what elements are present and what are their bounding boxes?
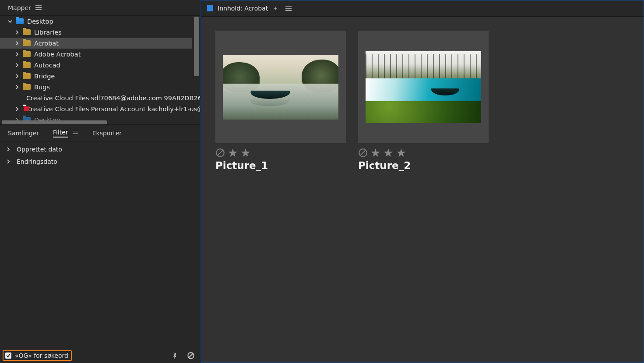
thumbnail-frame[interactable] (215, 31, 346, 143)
filter-menu-icon[interactable] (73, 131, 78, 135)
filter-item-label: Endringsdato (17, 158, 57, 165)
folder-icon (16, 18, 24, 24)
chevron-right-icon[interactable] (15, 30, 19, 35)
content-header: Innhold: Acrobat ＋ (201, 0, 644, 17)
tab-filter[interactable]: Filter (53, 129, 68, 137)
content-body: ★ ★ Picture_1 ★ ★ ★ Picture_2 (201, 17, 644, 363)
tree-label: Creative Cloud Files sdl70684@adobe.com … (26, 95, 200, 102)
og-keyword-toggle[interactable]: «OG» for søkeord (3, 350, 72, 361)
checkbox-icon[interactable] (5, 352, 11, 359)
tree-label: Acrobat (34, 40, 59, 47)
thumbnail-frame[interactable] (358, 31, 489, 143)
folders-tree: Desktop Libraries Acrobat Adobe Acrobat (0, 15, 200, 125)
folder-icon (23, 73, 31, 79)
add-tab-icon[interactable]: ＋ (272, 4, 278, 12)
tree-row[interactable]: Autocad (0, 60, 192, 70)
chevron-right-icon[interactable] (15, 41, 19, 46)
folders-panel-title: Mapper (8, 4, 31, 11)
pin-icon[interactable] (170, 352, 178, 359)
left-lower-panel: Samlinger Filter Eksporter Opprettet dat… (0, 125, 200, 363)
tab-eksporter[interactable]: Eksporter (92, 130, 122, 137)
star-icon[interactable]: ★ (383, 147, 393, 159)
cancel-icon[interactable] (187, 352, 195, 359)
tree-label: Bridge (34, 73, 55, 80)
tree-row[interactable]: Libraries (0, 27, 192, 38)
reject-icon[interactable] (215, 148, 225, 158)
tree-label: Autocad (34, 62, 60, 69)
filter-item-label: Opprettet dato (17, 146, 62, 153)
tab-samlinger[interactable]: Samlinger (8, 130, 39, 137)
folders-panel-header: Mapper (0, 0, 200, 15)
chevron-right-icon[interactable] (15, 52, 19, 56)
star-icon[interactable]: ★ (370, 147, 380, 159)
thumbnail-card[interactable]: ★ ★ Picture_1 (215, 31, 346, 171)
lower-tabs: Samlinger Filter Eksporter (0, 125, 200, 141)
chevron-right-icon[interactable] (15, 63, 19, 67)
filter-item[interactable]: Endringsdato (0, 155, 200, 168)
tree-row[interactable]: Acrobat (0, 38, 192, 49)
filter-item[interactable]: Opprettet dato (0, 143, 200, 155)
folder-icon (23, 29, 31, 35)
tree-row[interactable]: Creative Cloud Files Personal Account ka… (0, 103, 192, 114)
tree-row[interactable]: Creative Cloud Files sdl70684@adobe.com … (0, 92, 192, 103)
star-icon[interactable]: ★ (240, 147, 250, 159)
scrollbar-vertical[interactable] (194, 17, 199, 76)
thumbnail-name: Picture_2 (358, 160, 489, 171)
folder-icon (23, 84, 31, 90)
chevron-right-icon[interactable] (6, 159, 11, 164)
left-footer: «OG» for søkeord (0, 348, 200, 363)
thumbnail-meta: ★ ★ ★ (358, 147, 489, 159)
svg-line-3 (218, 150, 223, 155)
left-column: Mapper Desktop Libraries Acrob (0, 0, 201, 363)
tree-label: Bugs (34, 84, 50, 91)
thumbnail-card[interactable]: ★ ★ ★ Picture_2 (358, 31, 489, 171)
thumbnail-image (366, 51, 481, 123)
tree-row[interactable]: Bridge (0, 70, 192, 81)
chevron-right-icon[interactable] (15, 85, 19, 89)
content-menu-icon[interactable] (285, 6, 292, 11)
chevron-down-icon[interactable] (8, 19, 12, 24)
og-keyword-label: «OG» for søkeord (15, 352, 68, 359)
tree-row[interactable]: Bugs (0, 81, 192, 92)
tree-label: Desktop (27, 18, 53, 25)
folders-panel-menu-icon[interactable] (35, 5, 42, 10)
content-title: Innhold: Acrobat (218, 5, 268, 12)
tree-label: Libraries (34, 29, 62, 36)
thumbnail-image (223, 55, 338, 120)
chevron-right-icon[interactable] (15, 107, 19, 111)
tree-label: Adobe Acrobat (34, 51, 81, 58)
thumbnail-meta: ★ ★ (215, 147, 346, 159)
svg-line-1 (189, 353, 193, 357)
panel-indicator-icon (207, 5, 213, 11)
tree-label: Creative Cloud Files Personal Account ka… (26, 106, 200, 113)
tree-row[interactable]: Adobe Acrobat (0, 49, 192, 60)
chevron-right-icon[interactable] (15, 74, 19, 78)
folder-icon (23, 51, 31, 57)
chevron-right-icon[interactable] (6, 147, 11, 152)
folder-icon (23, 62, 31, 68)
star-icon[interactable]: ★ (396, 147, 406, 159)
star-icon[interactable]: ★ (228, 147, 238, 159)
tree-row-root[interactable]: Desktop (0, 16, 192, 27)
reject-icon[interactable] (358, 148, 368, 158)
scrollbar-horizontal[interactable] (2, 120, 107, 124)
thumbnail-name: Picture_1 (215, 160, 346, 171)
filter-body: Opprettet dato Endringsdato (0, 141, 200, 348)
svg-line-5 (360, 150, 366, 155)
content-panel: Innhold: Acrobat ＋ ★ ★ Picture_1 (201, 0, 644, 363)
folder-icon (23, 40, 31, 46)
